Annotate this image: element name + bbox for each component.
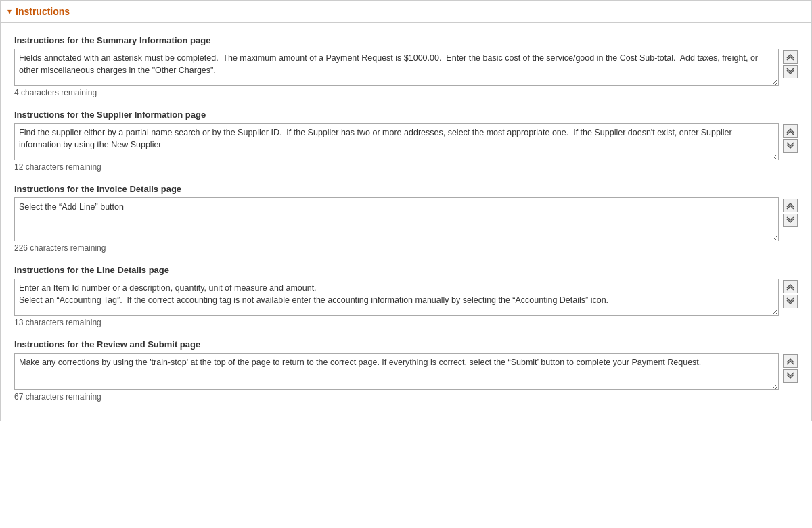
section-review-textarea[interactable]: Make any corrections by using the 'train… (14, 353, 779, 390)
section-supplier-textarea[interactable]: Find the supplier either by a partial na… (14, 123, 779, 160)
section-summary-icon-group (783, 50, 798, 78)
section-review-label: Instructions for the Review and Submit p… (14, 339, 798, 350)
section-line-expand-icon[interactable] (783, 280, 798, 293)
section-invoice: Instructions for the Invoice Details pag… (14, 184, 798, 253)
section-line-contract-icon[interactable] (783, 295, 798, 308)
section-supplier: Instructions for the Supplier Informatio… (14, 110, 798, 172)
section-summary-expand-icon[interactable] (783, 50, 798, 64)
section-supplier-chars: 12 characters remaining (14, 162, 798, 172)
instructions-panel: ▾ Instructions Instructions for the Summ… (0, 0, 812, 421)
section-review-expand-icon[interactable] (783, 354, 798, 368)
section-review-chars: 67 characters remaining (14, 392, 798, 402)
section-supplier-expand-icon[interactable] (783, 124, 798, 138)
section-line-icon-group (783, 280, 798, 308)
section-line-label: Instructions for the Line Details page (14, 265, 798, 275)
section-review-row: Make any corrections by using the 'train… (14, 353, 798, 390)
section-line-chars: 13 characters remaining (14, 318, 798, 327)
section-line-row: Enter an Item Id number or a description… (14, 279, 798, 316)
section-supplier-icon-group (783, 124, 798, 153)
section-summary-textarea[interactable]: Fields annotated with an asterisk must b… (14, 49, 779, 86)
panel-title: Instructions (16, 6, 70, 17)
section-invoice-label: Instructions for the Invoice Details pag… (14, 184, 798, 194)
section-line: Instructions for the Line Details pageEn… (14, 265, 798, 327)
chevron-icon: ▾ (7, 7, 12, 16)
panel-body: Instructions for the Summary Information… (1, 23, 811, 421)
section-summary-contract-icon[interactable] (783, 65, 798, 78)
section-line-textarea[interactable]: Enter an Item Id number or a description… (14, 279, 779, 316)
section-review-icon-group (783, 354, 798, 383)
section-review-contract-icon[interactable] (783, 369, 798, 383)
section-review: Instructions for the Review and Submit p… (14, 339, 798, 402)
section-supplier-label: Instructions for the Supplier Informatio… (14, 110, 798, 120)
section-invoice-contract-icon[interactable] (783, 214, 798, 227)
section-invoice-expand-icon[interactable] (783, 199, 798, 212)
section-invoice-textarea[interactable]: Select the “Add Line” button (14, 197, 779, 241)
section-summary-label: Instructions for the Summary Information… (14, 35, 798, 45)
section-summary-row: Fields annotated with an asterisk must b… (14, 49, 798, 86)
section-supplier-row: Find the supplier either by a partial na… (14, 123, 798, 160)
section-invoice-row: Select the “Add Line” button (14, 197, 798, 241)
section-summary: Instructions for the Summary Information… (14, 35, 798, 97)
section-invoice-icon-group (783, 199, 798, 227)
section-supplier-contract-icon[interactable] (783, 139, 798, 153)
panel-header[interactable]: ▾ Instructions (1, 1, 811, 23)
section-invoice-chars: 226 characters remaining (14, 243, 798, 253)
section-summary-chars: 4 characters remaining (14, 88, 798, 97)
